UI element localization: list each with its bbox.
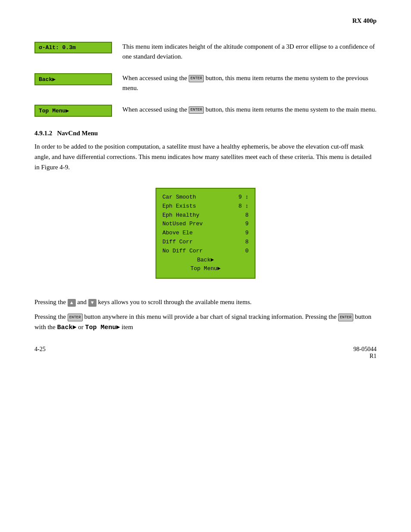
navcnd-label-4: Above Ele <box>162 229 193 238</box>
navcnd-value-2: 8 <box>245 211 249 220</box>
navcnd-value-1: 8 ↕ <box>239 202 249 211</box>
navcnd-label-3: NotUsed Prev <box>162 220 203 229</box>
navcnd-value-4: 9 <box>245 229 249 238</box>
navcnd-label-8: Top Menu► <box>190 265 221 272</box>
navcnd-screen-container: Car Smooth9 ↕ Eph Exists8 ↕ Eph Healthy8… <box>34 180 377 286</box>
up-arrow-icon: ▲ <box>68 299 76 307</box>
topmenu-description: When accessed using the ENTER button, th… <box>122 105 377 115</box>
enter-icon-1: ENTER <box>189 75 204 83</box>
section-number: 4.9.1.2 <box>34 130 52 137</box>
footer-page-number: 4-25 <box>34 346 46 353</box>
navcnd-label-5: Diff Corr <box>162 238 193 247</box>
navcnd-screen: Car Smooth9 ↕ Eph Exists8 ↕ Eph Healthy8… <box>156 188 255 279</box>
enter-icon-4: ENTER <box>338 314 353 321</box>
navcnd-row-1: Eph Exists8 ↕ <box>162 202 249 211</box>
topmenu-button: Top Menu▶ <box>34 105 112 117</box>
back-button: Back▶ <box>34 73 112 85</box>
pressing-paragraph-1: Pressing the ▲ and ▼ keys allows you to … <box>34 297 377 307</box>
back-inline: Back► <box>57 324 77 331</box>
navcnd-label-2: Eph Healthy <box>162 211 199 220</box>
navcnd-value-0: 9 ↕ <box>239 193 249 202</box>
section-heading: 4.9.1.2 NavCnd Menu <box>34 130 377 137</box>
sigma-alt-row: σ-Alt: 0.3m This menu item indicates hei… <box>34 42 377 61</box>
topmenu-row: Top Menu▶ When accessed using the ENTER … <box>34 105 377 117</box>
down-arrow-icon: ▼ <box>88 299 97 307</box>
section-body: In order to be added to the position com… <box>34 141 377 172</box>
navcnd-row-8: Top Menu► <box>162 264 249 274</box>
page-header: RX 400p <box>34 17 377 25</box>
topmenu-inline: Top Menu► <box>85 324 120 331</box>
navcnd-row-4: Above Ele9 <box>162 229 249 238</box>
navcnd-value-6: 0 <box>245 247 249 256</box>
header-title: RX 400p <box>352 17 377 25</box>
enter-icon-2: ENTER <box>189 106 204 114</box>
pressing-paragraph-2: Pressing the ENTER button anywhere in th… <box>34 311 377 333</box>
navcnd-row-6: No Diff Corr0 <box>162 247 249 256</box>
back-description: When accessed using the ENTER button, th… <box>122 73 377 93</box>
enter-icon-3: ENTER <box>68 314 83 321</box>
navcnd-row-5: Diff Corr8 <box>162 238 249 247</box>
navcnd-value-3: 9 <box>245 220 249 229</box>
navcnd-row-3: NotUsed Prev9 <box>162 220 249 229</box>
sigma-alt-button: σ-Alt: 0.3m <box>34 42 112 53</box>
navcnd-value-5: 8 <box>245 238 249 247</box>
navcnd-label-0: Car Smooth <box>162 193 196 202</box>
page-footer: 4-25 98-05044 R1 <box>34 346 377 360</box>
navcnd-label-7: Back► <box>197 257 214 263</box>
navcnd-label-1: Eph Exists <box>162 202 196 211</box>
navcnd-row-2: Eph Healthy8 <box>162 211 249 220</box>
back-row: Back▶ When accessed using the ENTER butt… <box>34 73 377 93</box>
section-title: NavCnd Menu <box>57 130 98 137</box>
navcnd-label-6: No Diff Corr <box>162 247 203 256</box>
footer-doc-info: 98-05044 R1 <box>353 346 377 360</box>
navcnd-row-7: Back► <box>162 256 249 265</box>
navcnd-row-0: Car Smooth9 ↕ <box>162 193 249 202</box>
sigma-alt-description: This menu item indicates height of the a… <box>122 42 377 61</box>
